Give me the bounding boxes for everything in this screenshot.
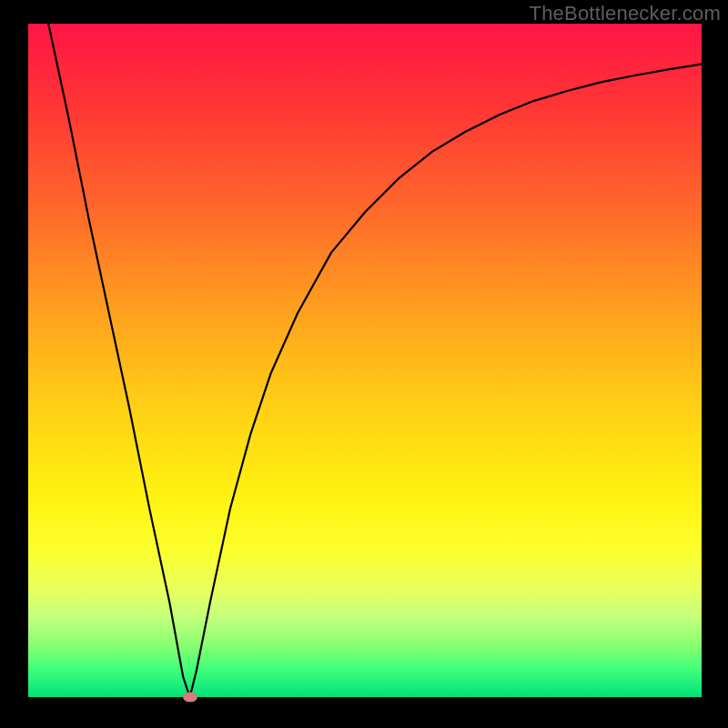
chart-frame: TheBottlenecker.com	[0, 0, 728, 728]
bottleneck-curve	[28, 24, 702, 697]
plot-area	[28, 24, 702, 697]
minimum-marker	[183, 693, 197, 703]
watermark-text: TheBottlenecker.com	[530, 2, 721, 25]
